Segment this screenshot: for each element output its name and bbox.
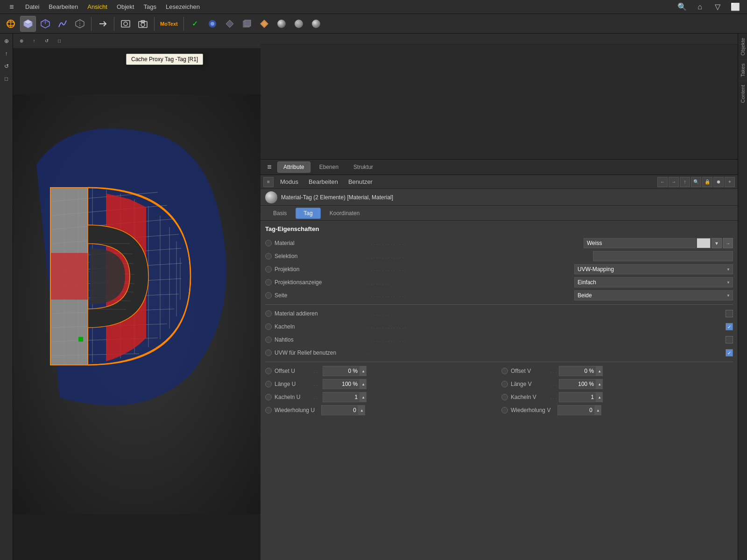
check-icon[interactable]: ✓: [187, 16, 203, 32]
ball-icon[interactable]: [274, 16, 289, 32]
wiederholung-v-input[interactable]: [557, 405, 595, 415]
radio-wiederholung-v[interactable]: [501, 407, 508, 413]
offset-v-input[interactable]: [559, 366, 596, 376]
radio-mat-addieren[interactable]: [265, 310, 272, 317]
material-input[interactable]: [584, 238, 696, 248]
radio-offset-u[interactable]: [265, 368, 272, 374]
checkbox-uvw-relief[interactable]: ✓: [726, 349, 733, 357]
checkbox-kacheln[interactable]: ✓: [726, 323, 733, 330]
bearbeiten-menu[interactable]: Bearbeiten: [305, 177, 342, 187]
move-tool-icon[interactable]: ⊕: [1, 35, 12, 47]
wiederholung-u-input[interactable]: [321, 405, 359, 415]
radio-material[interactable]: [265, 240, 272, 246]
kacheln-v-input[interactable]: [559, 392, 596, 402]
projektionsanzeige-dropdown[interactable]: Einfach Erweitert: [574, 277, 733, 287]
vp-up-icon[interactable]: ↑: [28, 35, 40, 47]
radio-projektionsanzeige[interactable]: [265, 279, 272, 286]
kacheln-v-up-btn[interactable]: ▲: [596, 392, 603, 402]
subtab-tag[interactable]: Tag: [296, 208, 320, 219]
laenge-u-up-btn[interactable]: ▲: [360, 379, 366, 389]
cube-wire-icon[interactable]: [37, 16, 53, 32]
sphere-icon[interactable]: [291, 16, 307, 32]
benutzer-menu[interactable]: Benutzer: [345, 177, 376, 187]
modus-menu[interactable]: Modus: [276, 177, 302, 187]
radio-kacheln[interactable]: [265, 323, 272, 330]
viewport-icon[interactable]: [118, 16, 134, 32]
laenge-v-input[interactable]: [559, 379, 596, 389]
arrow-right-icon[interactable]: [95, 16, 111, 32]
radio-wiederholung-u[interactable]: [265, 407, 272, 413]
selektion-input[interactable]: <<Verschiedene Werte>>: [593, 251, 733, 261]
tag-icon-copy[interactable]: [239, 16, 255, 32]
camera-icon[interactable]: [135, 16, 151, 32]
nav-lock-btn[interactable]: 🔒: [702, 177, 712, 187]
radio-seite[interactable]: [265, 292, 272, 299]
radio-offset-v[interactable]: [501, 368, 508, 374]
viewport-canvas[interactable]: [13, 49, 261, 560]
filter-icon[interactable]: ▽: [710, 0, 726, 15]
wiederholung-v-up-btn[interactable]: ▲: [595, 405, 601, 415]
projektion-dropdown[interactable]: UVW-Mapping Flach Kugelförmig: [574, 264, 733, 274]
menu-ansicht[interactable]: Ansicht: [84, 2, 111, 12]
material-tag-icon[interactable]: [256, 16, 272, 32]
menu-btn[interactable]: ≡: [263, 177, 274, 187]
circle-dot-icon[interactable]: [204, 16, 220, 32]
offset-u-up-btn[interactable]: ▲: [360, 366, 366, 376]
tab-ebenen[interactable]: Ebenen: [313, 161, 345, 173]
material-color-swatch[interactable]: [697, 238, 711, 248]
rotate-icon[interactable]: [3, 16, 19, 32]
nav-add-btn[interactable]: +: [725, 177, 735, 187]
vtab-takes[interactable]: Takes: [738, 59, 747, 81]
gray-sphere-icon[interactable]: [308, 16, 324, 32]
menu-objekt[interactable]: Objekt: [113, 2, 138, 12]
spline-icon[interactable]: [55, 16, 70, 32]
wiederholung-u-up-btn[interactable]: ▲: [359, 405, 365, 415]
vp-move-icon[interactable]: ⊕: [16, 35, 27, 47]
kacheln-u-up-btn[interactable]: ▲: [360, 392, 366, 402]
home-icon[interactable]: ⌂: [692, 0, 708, 15]
radio-kacheln-u[interactable]: [265, 394, 272, 400]
nav-search-btn[interactable]: 🔍: [691, 177, 701, 187]
seite-dropdown[interactable]: Beide Vorne Hinten: [574, 290, 733, 301]
menu-datei[interactable]: Datei: [21, 2, 43, 12]
checkbox-nahtlos[interactable]: [726, 336, 733, 343]
attr-menu-icon[interactable]: ≡: [264, 162, 275, 172]
props-content[interactable]: Tag-Eigenschaften Material . . . . . . .…: [261, 221, 738, 560]
vtab-content[interactable]: Content: [738, 81, 747, 107]
radio-nahtlos[interactable]: [265, 336, 272, 343]
radio-projektion[interactable]: [265, 266, 272, 273]
subtab-koordinaten[interactable]: Koordinaten: [322, 208, 368, 219]
nav-forward-btn[interactable]: →: [669, 177, 679, 187]
tag-icon-1[interactable]: [222, 16, 238, 32]
radio-laenge-u[interactable]: [265, 381, 272, 387]
radio-uvw-relief[interactable]: [265, 350, 272, 356]
radio-laenge-v[interactable]: [501, 381, 508, 387]
vp-scale-icon[interactable]: □: [54, 35, 65, 47]
up-arrow-icon[interactable]: ↑: [1, 48, 12, 59]
checkbox-mat-addieren[interactable]: [726, 310, 733, 317]
scale-tool-icon[interactable]: □: [1, 73, 12, 84]
hamburger-icon[interactable]: ≡: [4, 0, 20, 15]
menu-bearbeiten[interactable]: Bearbeiten: [45, 2, 82, 12]
cube-solid-icon[interactable]: [20, 16, 36, 32]
kacheln-u-input[interactable]: [323, 392, 360, 402]
deform-icon[interactable]: [72, 16, 88, 32]
rotate-tool-icon[interactable]: ↺: [1, 61, 12, 72]
nav-back-btn[interactable]: ←: [657, 177, 668, 187]
offset-v-up-btn[interactable]: ▲: [596, 366, 603, 376]
settings-icon[interactable]: ⬜: [727, 0, 743, 15]
radio-selektion[interactable]: [265, 253, 272, 259]
menu-tags[interactable]: Tags: [140, 2, 160, 12]
vtab-objekte[interactable]: Objekte: [738, 34, 747, 59]
nav-record-btn[interactable]: ⏺: [713, 177, 724, 187]
nav-up-btn[interactable]: ↑: [680, 177, 690, 187]
laenge-u-input[interactable]: [323, 379, 360, 389]
menu-lesezeichen[interactable]: Lesezeichen: [162, 2, 204, 12]
tab-struktur[interactable]: Struktur: [347, 161, 379, 173]
subtab-basis[interactable]: Basis: [265, 208, 295, 219]
material-dropdown-btn[interactable]: ▼: [712, 238, 722, 248]
laenge-v-up-btn[interactable]: ▲: [596, 379, 603, 389]
radio-kacheln-v[interactable]: [501, 394, 508, 400]
search-icon[interactable]: 🔍: [674, 0, 690, 15]
vp-rotate-icon[interactable]: ↺: [41, 35, 52, 47]
